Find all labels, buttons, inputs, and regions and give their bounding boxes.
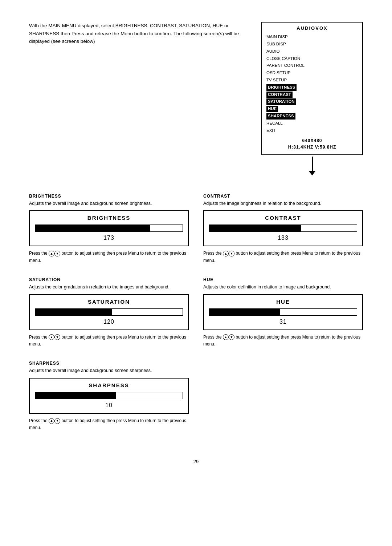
intro-text: With the MAIN MENU displayed, select BRI…	[29, 22, 247, 45]
osd-menu: AUDIOVOX MAIN DISP SUB DISP AUDIO CLOSE …	[261, 22, 363, 155]
osd-footer: 640X480 H:31.4KHZ V:59.8HZ	[266, 137, 359, 151]
saturation-desc: Adjusts the color gradations in relation…	[29, 284, 189, 291]
osd-item-recall: RECALL	[266, 120, 359, 127]
osd-menu-items: MAIN DISP SUB DISP AUDIO CLOSE CAPTION P…	[266, 33, 359, 134]
saturation-box-title: SATURATION	[35, 299, 183, 305]
contrast-box: CONTRAST 133	[203, 210, 363, 246]
brightness-fill	[35, 225, 150, 231]
contrast-label: CONTRAST	[203, 194, 363, 199]
saturation-section: SATURATION Adjusts the color gradations …	[29, 277, 189, 349]
sharpness-press-text: Press the ▲▼ button to adjust setting th…	[29, 417, 189, 431]
saturation-btn-down[interactable]: ▼	[54, 334, 60, 340]
osd-item-sharpness: SHARPNESS	[266, 113, 359, 120]
sharpness-fill	[35, 392, 116, 399]
contrast-progress-bar	[209, 225, 357, 232]
sharpness-label: SHARPNESS	[29, 361, 189, 366]
sharpness-progress-bar	[35, 392, 183, 399]
brightness-box: BRIGHTNESS 173	[29, 210, 189, 246]
hue-progress-bar	[209, 308, 357, 316]
osd-item-contrast: CONTRAST	[266, 91, 359, 98]
saturation-value: 120	[35, 319, 183, 325]
osd-item-hue: HUE	[266, 105, 359, 113]
arrow-shaft	[312, 157, 313, 171]
hue-value: 31	[209, 319, 357, 325]
brightness-value: 173	[35, 235, 183, 241]
intro-text-block: With the MAIN MENU displayed, select BRI…	[29, 22, 247, 179]
saturation-fill	[35, 309, 112, 315]
sharpness-box-title: SHARPNESS	[35, 382, 183, 388]
osd-item-sub-disp: SUB DISP	[266, 41, 359, 48]
contrast-value: 133	[209, 235, 357, 241]
saturation-box: SATURATION 120	[29, 294, 189, 330]
hue-press-text: Press the ▲▼ button to adjust setting th…	[203, 334, 363, 348]
sharpness-section: SHARPNESS Adjusts the overall image and …	[29, 361, 189, 433]
contrast-box-title: CONTRAST	[209, 215, 357, 221]
osd-item-saturation: SATURATION	[266, 98, 359, 105]
osd-menu-block: AUDIOVOX MAIN DISP SUB DISP AUDIO CLOSE …	[261, 22, 363, 179]
hue-btn-down[interactable]: ▼	[229, 334, 234, 340]
saturation-btn-up[interactable]: ▲	[49, 334, 54, 340]
osd-item-exit: EXIT	[266, 127, 359, 134]
osd-item-main-disp: MAIN DISP	[266, 33, 359, 41]
brightness-btn-up[interactable]: ▲	[49, 251, 54, 256]
sharpness-box: SHARPNESS 10	[29, 378, 189, 414]
contrast-section: CONTRAST Adjusts the image brightness in…	[203, 194, 363, 266]
sharpness-btn-down[interactable]: ▼	[54, 418, 60, 424]
sharpness-desc: Adjusts the overall image and background…	[29, 367, 189, 374]
down-arrow	[261, 157, 363, 175]
hue-box: HUE 31	[203, 294, 363, 330]
main-grid: BRIGHTNESS Adjusts the overall image and…	[29, 194, 363, 444]
brightness-label: BRIGHTNESS	[29, 194, 189, 199]
osd-item-osd-setup: OSD SETUP	[266, 69, 359, 77]
hue-fill	[209, 309, 280, 315]
saturation-press-text: Press the ▲▼ button to adjust setting th…	[29, 334, 189, 348]
osd-item-tv-setup: TV SETUP	[266, 77, 359, 84]
top-section: With the MAIN MENU displayed, select BRI…	[29, 22, 363, 179]
hue-desc: Adjusts the color definition in relation…	[203, 284, 363, 291]
brightness-press-text: Press the ▲▼ button to adjust setting th…	[29, 250, 189, 264]
brightness-progress-bar	[35, 225, 183, 232]
osd-item-brightness: BRIGHTNESS	[266, 84, 359, 91]
osd-item-close-caption: CLOSE CAPTION	[266, 55, 359, 62]
brightness-box-title: BRIGHTNESS	[35, 215, 183, 221]
hue-label: HUE	[203, 277, 363, 282]
empty-cell	[203, 361, 363, 444]
sharpness-btn-up[interactable]: ▲	[49, 418, 54, 424]
contrast-desc: Adjusts the image brightness in relation…	[203, 200, 363, 207]
osd-frequency: H:31.4KHZ V:59.8HZ	[266, 144, 359, 151]
hue-section: HUE Adjusts the color definition in rela…	[203, 277, 363, 349]
arrow-head	[309, 171, 315, 175]
hue-box-title: HUE	[209, 299, 357, 305]
brightness-desc: Adjusts the overall image and background…	[29, 200, 189, 207]
sharpness-value: 10	[35, 402, 183, 409]
page-number: 29	[29, 459, 363, 464]
brightness-btn-down[interactable]: ▼	[54, 251, 60, 256]
brightness-section: BRIGHTNESS Adjusts the overall image and…	[29, 194, 189, 266]
osd-item-parent-control: PARENT CONTROL	[266, 62, 359, 69]
osd-resolution: 640X480	[266, 137, 359, 144]
contrast-press-text: Press the ▲▼ button to adjust setting th…	[203, 250, 363, 264]
hue-btn-up[interactable]: ▲	[223, 334, 229, 340]
contrast-btn-up[interactable]: ▲	[223, 251, 229, 256]
saturation-label: SATURATION	[29, 277, 189, 282]
contrast-btn-down[interactable]: ▼	[229, 251, 234, 256]
osd-item-audio: AUDIO	[266, 48, 359, 55]
contrast-fill	[209, 225, 301, 231]
saturation-progress-bar	[35, 308, 183, 316]
osd-brand: AUDIOVOX	[266, 25, 359, 32]
